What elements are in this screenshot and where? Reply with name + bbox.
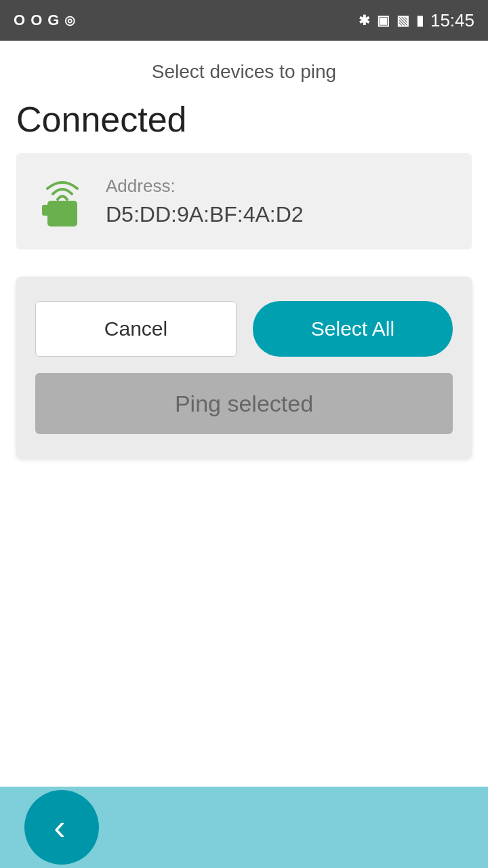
- app-icon-g: G: [47, 12, 59, 29]
- vibrate-icon: ▣: [377, 12, 390, 28]
- select-all-button[interactable]: Select All: [253, 301, 453, 357]
- battery-icon: ▮: [416, 12, 424, 28]
- signal-icon: ▧: [396, 12, 409, 28]
- device-info: Address: D5:DD:9A:BF:4A:D2: [106, 176, 304, 227]
- clock: 15:45: [430, 10, 474, 31]
- main-content: Select devices to ping Connected Address…: [0, 41, 488, 458]
- action-panel: Cancel Select All Ping selected: [16, 277, 472, 458]
- back-icon: ‹: [54, 810, 65, 845]
- app-icon-o1: O: [14, 12, 25, 29]
- bottom-bar: ‹: [0, 787, 488, 868]
- bluetooth-icon: ✱: [359, 12, 370, 28]
- page-title: Select devices to ping: [16, 61, 472, 83]
- svg-rect-0: [47, 201, 77, 226]
- app-icon-circle: ◎: [64, 13, 75, 28]
- ping-selected-button[interactable]: Ping selected: [35, 373, 453, 434]
- device-card: Address: D5:DD:9A:BF:4A:D2: [16, 153, 472, 250]
- address-value: D5:DD:9A:BF:4A:D2: [106, 202, 304, 227]
- action-row-top: Cancel Select All: [35, 301, 453, 357]
- svg-rect-1: [42, 205, 49, 216]
- address-label: Address:: [106, 176, 304, 197]
- back-button[interactable]: ‹: [24, 790, 99, 865]
- device-icon: [35, 170, 89, 233]
- connected-heading: Connected: [16, 99, 472, 140]
- status-bar-left: O O G ◎: [14, 12, 75, 29]
- app-icon-o2: O: [30, 12, 42, 29]
- status-bar: O O G ◎ ✱ ▣ ▧ ▮ 15:45: [0, 0, 488, 41]
- cancel-button[interactable]: Cancel: [35, 301, 237, 357]
- status-bar-right: ✱ ▣ ▧ ▮ 15:45: [359, 10, 474, 31]
